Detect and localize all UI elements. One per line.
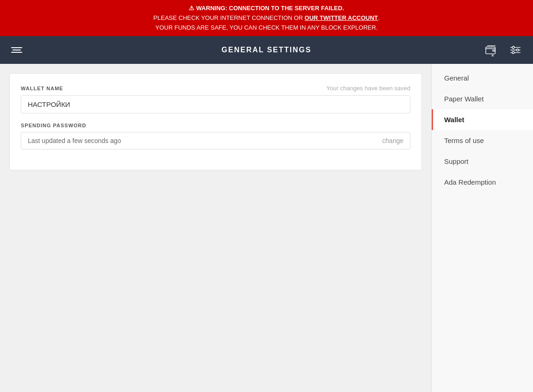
- sidebar-item-terms-of-use[interactable]: Terms of use: [432, 130, 533, 151]
- wallet-name-header: WALLET NAME Your changes have been saved: [21, 85, 410, 92]
- sidebar-general-label: General: [444, 74, 469, 82]
- sidebar-item-general[interactable]: General: [432, 68, 533, 88]
- sidebar-ada-redemption-label: Ada Redemption: [444, 178, 496, 186]
- sidebar: General Paper Wallet Wallet Terms of use…: [431, 64, 533, 392]
- sidebar-item-wallet[interactable]: Wallet: [432, 109, 533, 130]
- twitter-link[interactable]: OUR TWITTER ACCOUNT: [304, 14, 378, 21]
- spending-password-group: SPENDING PASSWORD Last updated a few sec…: [21, 123, 410, 149]
- content-area: WALLET NAME Your changes have been saved…: [0, 64, 431, 392]
- settings-button[interactable]: [507, 42, 524, 58]
- sidebar-paper-wallet-label: Paper Wallet: [444, 95, 483, 103]
- sidebar-terms-label: Terms of use: [444, 137, 484, 144]
- spending-password-header: SPENDING PASSWORD: [21, 123, 410, 128]
- sidebar-item-paper-wallet[interactable]: Paper Wallet: [432, 88, 533, 109]
- saved-message: Your changes have been saved: [326, 85, 410, 92]
- main-content: WALLET NAME Your changes have been saved…: [0, 64, 533, 392]
- nav-right: [483, 42, 524, 58]
- sidebar-item-ada-redemption[interactable]: Ada Redemption: [432, 172, 533, 193]
- change-password-button[interactable]: change: [382, 137, 403, 144]
- warning-line3: YOUR FUNDS ARE SAFE, YOU CAN CHECK THEM …: [7, 23, 526, 33]
- sidebar-support-label: Support: [444, 157, 469, 165]
- warning-suffix: .: [378, 14, 380, 21]
- last-updated-text: Last updated a few seconds ago: [28, 137, 121, 144]
- wallet-icon-container: [483, 42, 500, 58]
- top-nav: GENERAL SETTINGS: [0, 36, 533, 64]
- svg-point-5: [512, 46, 514, 49]
- settings-card: WALLET NAME Your changes have been saved…: [9, 73, 422, 170]
- warning-prefix: PLEASE CHECK YOUR INTERNET CONNECTION OR: [154, 14, 305, 21]
- sidebar-item-support[interactable]: Support: [432, 151, 533, 172]
- wallet-button[interactable]: [483, 42, 500, 58]
- svg-point-7: [512, 52, 514, 54]
- spending-password-label: SPENDING PASSWORD: [21, 123, 86, 128]
- menu-button[interactable]: [9, 45, 24, 55]
- sidebar-wallet-label: Wallet: [444, 116, 465, 124]
- settings-icon: [509, 44, 522, 56]
- svg-point-6: [516, 49, 519, 51]
- svg-rect-1: [492, 50, 496, 52]
- wallet-name-label: WALLET NAME: [21, 86, 63, 91]
- wallet-name-group: WALLET NAME Your changes have been saved: [21, 85, 410, 113]
- menu-line-1: [11, 47, 22, 48]
- page-title: GENERAL SETTINGS: [222, 46, 311, 54]
- nav-left: [9, 45, 24, 55]
- warning-line1: ⚠ WARNING: CONNECTION TO THE SERVER FAIL…: [7, 4, 526, 13]
- menu-line-2: [12, 50, 21, 50]
- warning-line2: PLEASE CHECK YOUR INTERNET CONNECTION OR…: [7, 13, 526, 23]
- warning-banner: ⚠ WARNING: CONNECTION TO THE SERVER FAIL…: [0, 0, 533, 36]
- menu-line-3: [11, 52, 22, 53]
- password-display: Last updated a few seconds ago change: [21, 132, 410, 149]
- wallet-icon: [485, 44, 498, 56]
- wallet-name-input[interactable]: [21, 95, 410, 113]
